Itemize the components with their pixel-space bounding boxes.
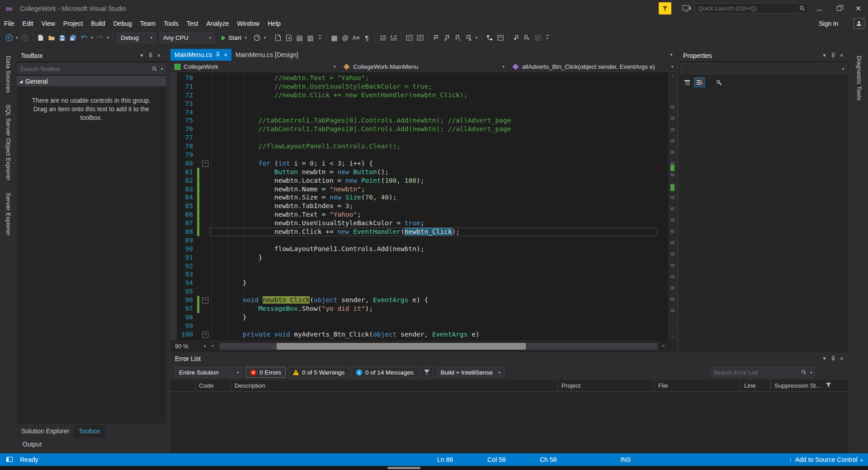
indent-decrease-icon[interactable] xyxy=(377,33,388,43)
code-line-72[interactable]: 72 //newbtn.Click += new EventHandler(ne… xyxy=(170,91,668,100)
profiler-dropdown-icon[interactable]: ▾ xyxy=(263,36,268,40)
search-icon[interactable] xyxy=(801,370,807,375)
scope-filter-dropdown[interactable]: Entire Solution ▾ xyxy=(175,367,243,378)
side-tab-server-explorer[interactable]: Server Explorer xyxy=(5,188,12,241)
redo-icon[interactable] xyxy=(94,33,105,43)
document-tab-mainmenu-cs-design[interactable]: MainMenu.cs [Design] xyxy=(231,49,302,61)
warnings-filter-button[interactable]: 0 of 5 Warnings xyxy=(288,367,349,378)
close-icon[interactable]: × xyxy=(837,355,846,362)
code-definition-icon[interactable] xyxy=(495,33,506,43)
open-file-icon[interactable] xyxy=(46,33,57,43)
column-filter-icon[interactable] xyxy=(826,382,831,388)
undo-dropdown-icon[interactable]: ▾ xyxy=(90,36,94,40)
code-line-83[interactable]: 83 newbtn.Name = "newbtn"; xyxy=(170,185,668,194)
document-tab-mainmenu-cs[interactable]: MainMenu.cs× xyxy=(170,49,231,61)
code-line-70[interactable]: 70 //newbtn.Text = "Yahoo"; xyxy=(170,74,668,82)
code-line-96[interactable]: 96 void newbtn_Click(object sender, Even… xyxy=(170,296,668,304)
code-line-99[interactable]: 99 xyxy=(170,322,668,330)
side-tab-data-sources[interactable]: Data Sources xyxy=(5,51,12,98)
alphabetical-icon[interactable] xyxy=(694,77,705,87)
code-line-78[interactable]: 78 //flowLayoutPanel1.Controls.Clear(); xyxy=(170,142,668,151)
code-line-88[interactable]: 88 newbtn.Click += new EventHandler(newb… xyxy=(170,228,668,236)
code-line-82[interactable]: 82 newbtn.Location = new Point(100, 100)… xyxy=(170,176,668,185)
scroll-right-icon[interactable]: ▸ xyxy=(663,343,665,348)
code-line-77[interactable]: 77 xyxy=(170,133,668,142)
code-line-84[interactable]: 84 newbtn.Size = new Size(70, 40); xyxy=(170,193,668,202)
code-line-92[interactable]: 92 xyxy=(170,262,668,271)
side-tab-diagnostic-tools[interactable]: Diagnostic Tools xyxy=(856,51,863,105)
code-line-91[interactable]: 91 } xyxy=(170,253,668,262)
pin-icon[interactable] xyxy=(216,52,220,57)
menu-test[interactable]: Test xyxy=(183,17,203,30)
code-line-79[interactable]: 79 xyxy=(170,151,668,159)
properties-header[interactable]: Properties ▾ × xyxy=(679,50,849,61)
pin-icon[interactable] xyxy=(829,355,837,362)
comment-icon[interactable] xyxy=(404,33,415,43)
errors-filter-button[interactable]: 0 Errors xyxy=(245,367,286,378)
code-line-75[interactable]: 75 //tabControl1.TabPages[0].Controls.Ad… xyxy=(170,116,668,125)
toolbox-header[interactable]: Toolbox ▾ × xyxy=(17,50,166,61)
column-header-code[interactable]: Code xyxy=(195,380,231,391)
code-line-85[interactable]: 85 newbtn.TabIndex = 3; xyxy=(170,202,668,210)
column-header-file[interactable]: File xyxy=(655,380,741,391)
profiler-icon[interactable] xyxy=(252,33,263,43)
source-filter-dropdown[interactable]: Build + IntelliSense ▾ xyxy=(437,367,505,378)
account-avatar-icon[interactable] xyxy=(854,18,864,29)
notifications-flag-icon[interactable] xyxy=(659,2,671,14)
zoom-dropdown[interactable]: 90 % ▾ xyxy=(172,342,208,351)
uncomment-icon[interactable] xyxy=(415,33,426,43)
side-tab-sql-server-object-explorer[interactable]: SQL Server Object Explorer xyxy=(5,100,12,185)
navigate-forward-icon[interactable] xyxy=(19,33,30,43)
solution-platform-dropdown[interactable]: Any CPU ▾ xyxy=(160,33,215,43)
code-line-71[interactable]: 71 //newbtn.UseVisualStyleBackColor = tr… xyxy=(170,82,668,91)
menu-help[interactable]: Help xyxy=(264,17,285,30)
menu-debug[interactable]: Debug xyxy=(109,17,136,30)
split-view-icon[interactable]: ▥ xyxy=(305,33,316,43)
menu-analyze[interactable]: Analyze xyxy=(202,17,233,30)
property-pages-icon[interactable] xyxy=(714,77,725,87)
tab-list-dropdown-icon[interactable]: ▾ xyxy=(666,52,677,57)
start-debugging-button[interactable]: Start ▾ xyxy=(218,33,250,43)
code-line-73[interactable]: 73 xyxy=(170,100,668,108)
chevron-down-icon[interactable]: ▾ xyxy=(161,67,163,71)
clear-bookmarks-icon[interactable] xyxy=(463,33,474,43)
menu-file[interactable]: File xyxy=(0,17,19,30)
redo-dropdown-icon[interactable]: ▾ xyxy=(105,36,110,40)
display-grid-icon[interactable]: ▦ xyxy=(329,33,340,43)
toolbox-group-general[interactable]: ◢ General xyxy=(17,76,166,86)
error-list-search-box[interactable]: ▾ xyxy=(711,367,815,378)
error-list-header[interactable]: Error List ▾ × xyxy=(170,352,849,365)
next-bookmark-icon[interactable] xyxy=(453,33,463,43)
search-icon[interactable] xyxy=(799,5,805,11)
column-header-line[interactable]: Line xyxy=(741,380,771,391)
menu-team[interactable]: Team xyxy=(136,17,160,30)
menu-tools[interactable]: Tools xyxy=(160,17,183,30)
task-list-icon[interactable] xyxy=(533,33,543,43)
dock-tab-solution-explorer[interactable]: Solution Explorer xyxy=(17,425,74,437)
add-item-icon[interactable] xyxy=(283,33,294,43)
menu-build[interactable]: Build xyxy=(87,17,109,30)
menu-edit[interactable]: Edit xyxy=(19,17,38,30)
previous-bookmark-folder-icon[interactable] xyxy=(511,33,522,43)
save-all-icon[interactable] xyxy=(68,33,79,43)
bookmark-dropdown-icon[interactable]: ▾ xyxy=(474,36,479,40)
toolbar-options-icon[interactable]: ▾ xyxy=(544,34,551,42)
window-position-icon[interactable]: ▾ xyxy=(137,52,146,59)
filter-button[interactable] xyxy=(420,367,433,378)
close-icon[interactable]: × xyxy=(155,52,163,59)
column-header-description[interactable]: Description xyxy=(231,380,558,391)
menu-view[interactable]: View xyxy=(38,17,59,30)
project-dropdown[interactable]: CollegeWork ▾ xyxy=(170,61,339,72)
minimize-button[interactable] xyxy=(810,0,829,17)
new-item-icon[interactable] xyxy=(273,33,283,43)
bookmark-icon[interactable] xyxy=(431,33,442,43)
menu-project[interactable]: Project xyxy=(59,17,87,30)
indent-increase-icon[interactable] xyxy=(388,33,399,43)
scroll-left-icon[interactable]: ◂ xyxy=(211,343,213,348)
code-editor[interactable]: 70 //newbtn.Text = "Yahoo";71 //newbtn.U… xyxy=(170,72,677,340)
sign-in-link[interactable]: Sign in xyxy=(819,20,838,27)
close-icon[interactable]: × xyxy=(837,52,846,59)
code-line-95[interactable]: 95 xyxy=(170,287,668,296)
whitespace-icon[interactable]: ¶ xyxy=(362,33,373,43)
chevron-down-icon[interactable]: ▾ xyxy=(810,370,812,375)
